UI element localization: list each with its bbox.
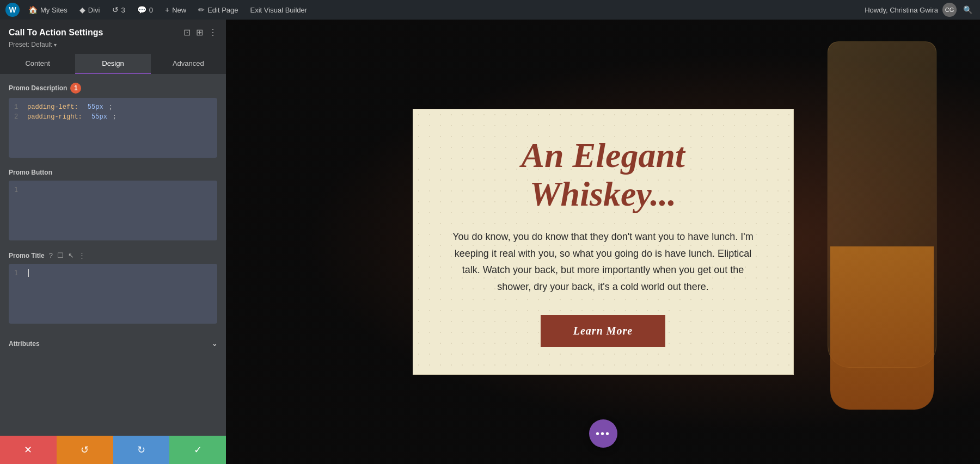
undo-button[interactable]: ↺: [57, 436, 113, 464]
code-line-2: 2 padding-right: 55px ;: [14, 113, 212, 121]
line-num-btn: 1: [14, 186, 22, 194]
exit-visual-builder-label: Exit Visual Builder: [250, 6, 308, 14]
promo-button-editor[interactable]: 1: [9, 181, 217, 240]
edit-page-button[interactable]: ✏ Edit Page: [195, 0, 241, 20]
new-label: New: [172, 6, 186, 14]
comments-menu[interactable]: 💬 0: [134, 0, 156, 20]
attributes-header[interactable]: Attributes ⌄: [9, 335, 217, 353]
code-prop-2: padding-right:: [27, 113, 82, 121]
promo-title-section-header: Promo Title ? ☐ ↖ ⋮: [9, 251, 217, 259]
promo-description-editor[interactable]: 1 padding-left: 55px ; 2 padding-right: …: [9, 98, 217, 158]
fab-button[interactable]: •••: [589, 419, 617, 448]
attributes-chevron-icon: ⌄: [212, 340, 217, 348]
updates-count: 3: [121, 6, 125, 14]
save-button[interactable]: ✓: [169, 436, 226, 464]
save-icon: ✓: [194, 444, 202, 456]
comments-count: 0: [149, 6, 153, 14]
search-icon[interactable]: 🔍: [961, 5, 975, 14]
code-line-1: 1 padding-left: 55px ;: [14, 103, 212, 111]
fab-dots: •••: [596, 428, 610, 440]
my-sites-menu[interactable]: 🏠 My Sites: [25, 0, 71, 20]
divi-label: Divi: [88, 6, 100, 14]
more-icon[interactable]: ⋮: [209, 27, 217, 38]
plus-icon: +: [165, 5, 169, 14]
wordpress-logo[interactable]: W: [5, 3, 20, 17]
preset-row: Preset: Default ▾: [9, 41, 217, 48]
preset-label[interactable]: Preset: Default: [9, 41, 52, 48]
line-num-2: 2: [14, 113, 22, 121]
line-num-1: 1: [14, 103, 22, 111]
edit-page-label: Edit Page: [207, 6, 238, 14]
promo-description-badge: 1: [70, 83, 81, 94]
promo-title-line-num: 1: [14, 269, 18, 277]
panel-title-row: Call To Action Settings ⊡ ⊞ ⋮: [9, 27, 217, 38]
preset-chevron-icon: ▾: [54, 42, 57, 48]
copy-icon[interactable]: ⊡: [183, 27, 191, 38]
code-cursor-row: 1: [14, 186, 212, 194]
attributes-section: Attributes ⌄: [9, 335, 217, 353]
user-greeting: Howdy, Christina Gwira: [865, 6, 938, 14]
promo-title-cursor-row: 1: [14, 269, 212, 277]
panel-title: Call To Action Settings: [9, 28, 103, 38]
code-val-1: 55px: [84, 103, 103, 111]
panel-tabs: Content Design Advanced: [0, 54, 226, 74]
promo-button-section: Promo Button: [9, 169, 217, 176]
learn-more-button[interactable]: Learn More: [541, 315, 665, 347]
tab-advanced[interactable]: Advanced: [151, 54, 226, 74]
top-bar-right: Howdy, Christina Gwira CG 🔍: [865, 3, 975, 17]
exit-visual-builder-button[interactable]: Exit Visual Builder: [247, 0, 311, 20]
main-layout: Call To Action Settings ⊡ ⊞ ⋮ Preset: De…: [0, 20, 980, 464]
updates-menu[interactable]: ↺ 3: [109, 0, 128, 20]
code-val-2: 55px: [88, 113, 107, 121]
panel-header: Call To Action Settings ⊡ ⊞ ⋮ Preset: De…: [0, 20, 226, 54]
code-semi-2: ;: [113, 113, 117, 121]
home-icon: 🏠: [28, 5, 38, 14]
cancel-icon: ✕: [24, 444, 32, 456]
text-cursor: [28, 269, 29, 277]
cta-card: An Elegant Whiskey... You do know, you d…: [413, 109, 794, 374]
settings-panel: Call To Action Settings ⊡ ⊞ ⋮ Preset: De…: [0, 20, 226, 464]
promo-title-editor[interactable]: 1: [9, 264, 217, 324]
tab-design[interactable]: Design: [75, 54, 150, 74]
panel-header-icons: ⊡ ⊞ ⋮: [183, 27, 217, 38]
layout-icon[interactable]: ⊞: [196, 27, 203, 38]
promo-title-label: Promo Title: [9, 252, 45, 259]
mobile-icon[interactable]: ☐: [57, 251, 64, 259]
glass-liquid: [830, 246, 934, 410]
cta-title: An Elegant Whiskey...: [446, 137, 761, 213]
undo-icon: ↺: [81, 444, 89, 456]
panel-content: Promo Description 1 1 padding-left: 55px…: [0, 74, 226, 436]
avatar[interactable]: CG: [942, 3, 957, 17]
cancel-button[interactable]: ✕: [0, 436, 57, 464]
new-button[interactable]: + New: [162, 0, 189, 20]
updates-icon: ↺: [112, 5, 119, 14]
edit-icon: ✏: [198, 5, 205, 14]
code-prop-1: padding-left:: [27, 103, 78, 111]
tab-content[interactable]: Content: [0, 54, 75, 74]
help-icon[interactable]: ?: [49, 251, 53, 259]
divi-menu[interactable]: ◆ Divi: [76, 0, 103, 20]
canvas-area: An Elegant Whiskey... You do know, you d…: [226, 20, 980, 464]
promo-description-label: Promo Description: [9, 84, 67, 92]
promo-description-section: Promo Description 1: [9, 83, 217, 94]
promo-button-label: Promo Button: [9, 169, 52, 176]
more-options-icon[interactable]: ⋮: [78, 251, 85, 259]
cta-description: You do know, you do know that they don't…: [451, 228, 756, 295]
bottom-bar: ✕ ↺ ↻ ✓: [0, 436, 226, 464]
divi-icon: ◆: [79, 5, 85, 14]
comments-icon: 💬: [137, 5, 146, 14]
redo-button[interactable]: ↻: [113, 436, 170, 464]
attributes-label: Attributes: [9, 340, 40, 348]
my-sites-label: My Sites: [40, 6, 68, 14]
code-semi-1: ;: [109, 103, 113, 111]
arrow-icon[interactable]: ↖: [68, 251, 74, 259]
top-bar: W 🏠 My Sites ◆ Divi ↺ 3 💬 0 + New ✏ Edit…: [0, 0, 980, 20]
top-bar-left: W 🏠 My Sites ◆ Divi ↺ 3 💬 0 + New ✏ Edit…: [5, 0, 858, 20]
redo-icon: ↻: [137, 444, 145, 456]
